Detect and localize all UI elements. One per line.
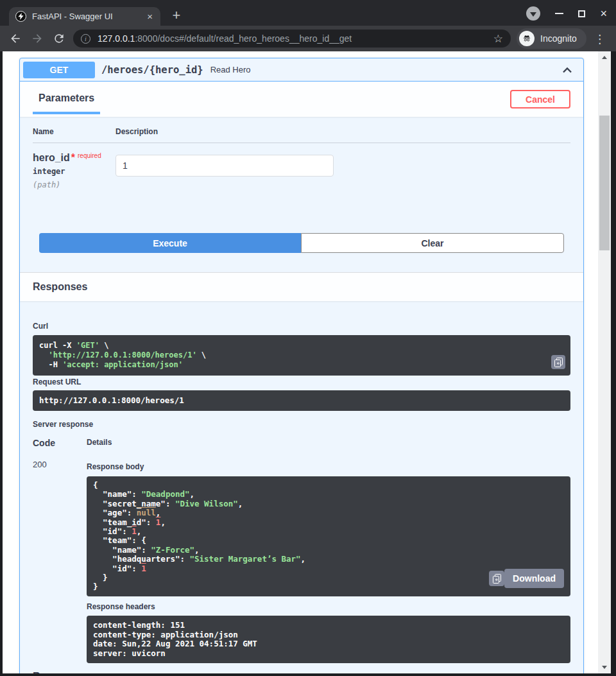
- execute-wrapper: Execute Clear: [20, 219, 583, 272]
- copy-curl-button[interactable]: [551, 355, 565, 369]
- url-path: :8000/docs#/default/read_hero_heroes__he…: [135, 33, 352, 44]
- caret-down-icon: [530, 12, 536, 17]
- site-info-icon[interactable]: i: [81, 34, 90, 44]
- browser-tab[interactable]: FastAPI - Swagger UI ×: [9, 7, 160, 26]
- incognito-icon: [519, 31, 535, 46]
- maximize-button[interactable]: [578, 10, 585, 17]
- endpoint-summary: Read Hero: [210, 65, 251, 74]
- incognito-label: Incognito: [540, 33, 577, 44]
- parameters-table: Name Description hero_id*required intege…: [20, 117, 583, 219]
- column-header-details: Details: [87, 438, 112, 448]
- required-asterisk: *: [71, 152, 75, 163]
- scrollbar-thumb[interactable]: [599, 116, 610, 250]
- swagger-page: GET /heroes/{hero_id} Read Hero Paramete…: [3, 51, 598, 673]
- browser-menu-icon[interactable]: ⋮: [594, 32, 606, 46]
- request-url-label: Request URL: [33, 377, 570, 386]
- opblock-get-read-hero: GET /heroes/{hero_id} Read Hero Paramete…: [19, 58, 584, 673]
- responses-body: Curl curl -X 'GET' \ 'http://127.0.0.1:8…: [20, 301, 583, 673]
- parameter-name: hero_id*required: [33, 152, 116, 164]
- curl-command-block: curl -X 'GET' \ 'http://127.0.0.1:8000/h…: [33, 335, 570, 376]
- parameter-location: (path): [33, 180, 116, 189]
- server-response-row: 200 Response body { "name": "Deadpond", …: [33, 460, 570, 663]
- endpoint-path: /heroes/{hero_id}: [101, 64, 203, 76]
- column-header-name: Name: [33, 127, 116, 136]
- fastapi-favicon-icon: [15, 11, 26, 22]
- curl-label: Curl: [33, 301, 570, 331]
- window-controls: ×: [526, 6, 607, 21]
- tab-title: FastAPI - Swagger UI: [32, 12, 146, 21]
- url-host: 127.0.0.1: [98, 33, 135, 44]
- forward-button[interactable]: [31, 32, 44, 45]
- status-code: 200: [33, 460, 87, 663]
- tab-parameters[interactable]: Parameters: [33, 92, 100, 114]
- download-button[interactable]: Download: [504, 569, 564, 588]
- browser-tab-bar: FastAPI - Swagger UI × + ×: [0, 0, 616, 26]
- cancel-button[interactable]: Cancel: [510, 90, 570, 108]
- scroll-down-icon[interactable]: [602, 666, 607, 669]
- window-edge-right: [611, 51, 616, 676]
- parameters-header: Parameters Cancel: [20, 82, 583, 117]
- response-details-cell: Response body { "name": "Deadpond", "sec…: [87, 460, 570, 663]
- browser-toolbar: i 127.0.0.1:8000/docs#/default/read_hero…: [0, 26, 616, 51]
- response-headers-text: content-length: 151content-type: applica…: [93, 621, 564, 658]
- collapse-chevron-icon[interactable]: [560, 64, 574, 76]
- execute-button[interactable]: Execute: [39, 233, 301, 253]
- incognito-badge: Incognito: [517, 28, 586, 49]
- required-label: required: [78, 152, 101, 159]
- copy-response-button[interactable]: [489, 571, 504, 586]
- reload-button[interactable]: [53, 32, 65, 45]
- parameter-type: integer: [33, 167, 116, 176]
- url-text[interactable]: 127.0.0.1:8000/docs#/default/read_hero_h…: [98, 33, 488, 44]
- browser-status-icon[interactable]: [526, 6, 540, 21]
- clear-button[interactable]: Clear: [301, 233, 564, 253]
- response-body-label: Response body: [87, 462, 570, 471]
- hero-id-input[interactable]: [116, 155, 334, 177]
- page-scrollbar[interactable]: [598, 51, 611, 673]
- http-method-badge: GET: [23, 62, 95, 78]
- request-url-block: http://127.0.0.1:8000/heroes/1: [33, 390, 570, 411]
- minimize-button[interactable]: [555, 13, 563, 14]
- window-close-button[interactable]: ×: [600, 8, 607, 19]
- address-bar[interactable]: i 127.0.0.1:8000/docs#/default/read_hero…: [73, 30, 511, 48]
- parameters-table-head: Name Description: [33, 127, 570, 143]
- response-headers-block: content-length: 151content-type: applica…: [87, 616, 570, 663]
- parameter-description-cell: [116, 152, 334, 219]
- responses-header: Responses: [20, 272, 583, 301]
- window-edge-left: [0, 51, 3, 676]
- column-header-code: Code: [33, 438, 87, 448]
- new-tab-button[interactable]: +: [168, 7, 185, 24]
- window-edge-bottom: [0, 673, 616, 676]
- parameter-row: hero_id*required integer (path): [33, 143, 570, 219]
- scroll-up-icon[interactable]: [602, 56, 607, 59]
- back-button[interactable]: [9, 32, 22, 45]
- request-url-text: http://127.0.0.1:8000/heroes/1: [39, 396, 564, 405]
- column-header-description: Description: [116, 127, 158, 136]
- server-response-label: Server response: [33, 420, 570, 429]
- responses-title: Responses: [33, 281, 87, 292]
- response-headers-label: Response headers: [87, 602, 570, 611]
- curl-command-text: curl -X 'GET' \ 'http://127.0.0.1:8000/h…: [39, 341, 545, 370]
- bookmark-star-icon[interactable]: ☆: [493, 32, 503, 46]
- response-body-block: { "name": "Deadpond", "secret_name": "Di…: [87, 476, 570, 596]
- tab-close-icon[interactable]: ×: [146, 11, 154, 22]
- server-response-table-head: Code Details: [33, 438, 570, 448]
- parameter-name-cell: hero_id*required integer (path): [33, 152, 116, 219]
- operation-summary[interactable]: GET /heroes/{hero_id} Read Hero: [20, 58, 583, 82]
